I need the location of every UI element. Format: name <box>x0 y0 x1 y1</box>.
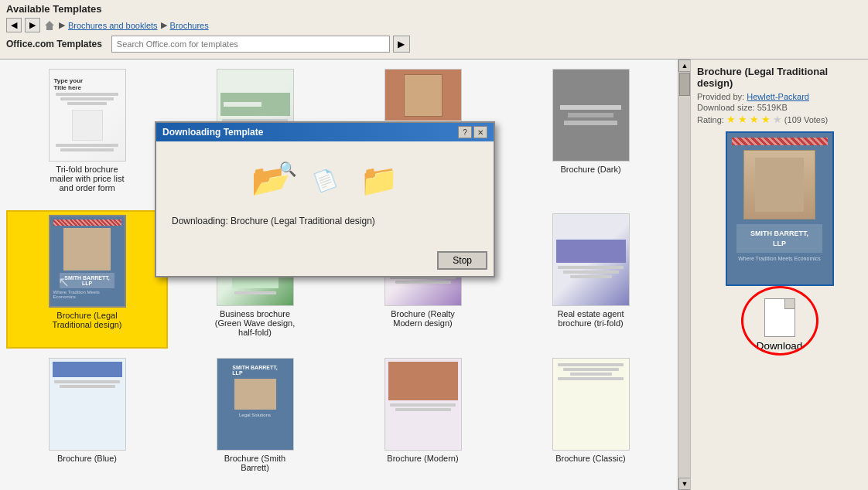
sidebar-download-size: Download size: 5519KB <box>697 103 862 112</box>
content-area: Type yourTitle here Tri-fold brochure ma… <box>0 60 868 490</box>
preview-image: SMITH BARRETT,LLP Where Tradition Meets … <box>726 131 834 286</box>
dialog-body: 📂 🔍 📄 📁 Downloading: Brochure (Legal Tra… <box>156 141 494 251</box>
star-2: ★ <box>738 114 747 125</box>
star-1: ★ <box>726 114 736 125</box>
svg-rect-0 <box>48 27 51 30</box>
sidebar-rating: Rating: ★ ★ ★ ★ ★ (109 Votes) <box>697 114 862 125</box>
sidebar-provider: Provided by: Hewlett-Packard <box>697 92 862 101</box>
breadcrumb-home-icon[interactable] <box>43 19 56 32</box>
folder-closed-icon: 📁 <box>360 165 398 196</box>
dialog-message: Downloading: Brochure (Legal Traditional… <box>172 216 478 226</box>
sidebar-size-value: 5519KB <box>757 103 788 112</box>
sidebar-provider-label: Provided by: <box>697 92 744 101</box>
stop-button[interactable]: Stop <box>437 251 487 270</box>
sidebar-size-label: Download size: <box>697 103 755 112</box>
star-5: ★ <box>773 114 782 125</box>
templates-wrapper: Type yourTitle here Tri-fold brochure ma… <box>0 60 690 490</box>
dialog-footer: Stop <box>156 251 494 276</box>
app-window: Available Templates ◀ ▶ ▶ Brochures and … <box>0 0 868 490</box>
search-button[interactable]: ▶ <box>393 36 410 53</box>
download-button[interactable]: Download <box>752 294 807 356</box>
breadcrumb-item-2[interactable]: Brochures <box>170 21 209 30</box>
sidebar-provider-link[interactable]: Hewlett-Packard <box>747 92 809 101</box>
breadcrumb-back-button[interactable]: ◀ <box>6 18 22 32</box>
search-input[interactable] <box>111 36 390 53</box>
downloading-dialog: Downloading Template ? ✕ 📂 🔍 <box>155 121 495 277</box>
rating-label: Rating: <box>697 115 724 124</box>
rating-votes: (109 Votes) <box>784 115 828 124</box>
office-label: Office.com Templates <box>6 39 102 49</box>
breadcrumb-sep-2: ▶ <box>161 20 167 30</box>
star-3: ★ <box>750 114 759 125</box>
breadcrumb-forward-button[interactable]: ▶ <box>25 18 40 32</box>
download-label: Download <box>757 340 802 352</box>
breadcrumb-sep-1: ▶ <box>59 20 65 30</box>
flying-doc-icon: 📄 <box>310 166 340 195</box>
download-area: Download <box>697 294 862 356</box>
source-folder: 📂 🔍 <box>251 165 290 196</box>
dialog-titlebar: Downloading Template ? ✕ <box>156 123 494 141</box>
page-title: Available Templates <box>6 3 862 15</box>
download-file-icon <box>764 298 795 337</box>
star-4: ★ <box>761 114 771 125</box>
dialog-controls: ? ✕ <box>458 126 487 138</box>
dialog-close-button[interactable]: ✕ <box>473 126 487 138</box>
sidebar: Brochure (Legal Traditional design) Prov… <box>690 60 868 490</box>
dialog-animation: 📂 🔍 📄 📁 <box>172 157 478 203</box>
header: Available Templates ◀ ▶ ▶ Brochures and … <box>0 0 868 60</box>
search-icon: 🔍 <box>279 161 296 178</box>
breadcrumb: ◀ ▶ ▶ Brochures and booklets ▶ Brochures <box>6 18 862 32</box>
dest-folder: 📁 <box>360 165 398 196</box>
dialog-title: Downloading Template <box>162 127 263 138</box>
dialog-help-button[interactable]: ? <box>458 126 472 138</box>
search-bar: Office.com Templates ▶ <box>6 36 862 53</box>
dialog-overlay: Downloading Template ? ✕ 📂 🔍 <box>0 60 690 490</box>
breadcrumb-item-1[interactable]: Brochures and booklets <box>68 21 158 30</box>
sidebar-title: Brochure (Legal Traditional design) <box>697 66 862 89</box>
